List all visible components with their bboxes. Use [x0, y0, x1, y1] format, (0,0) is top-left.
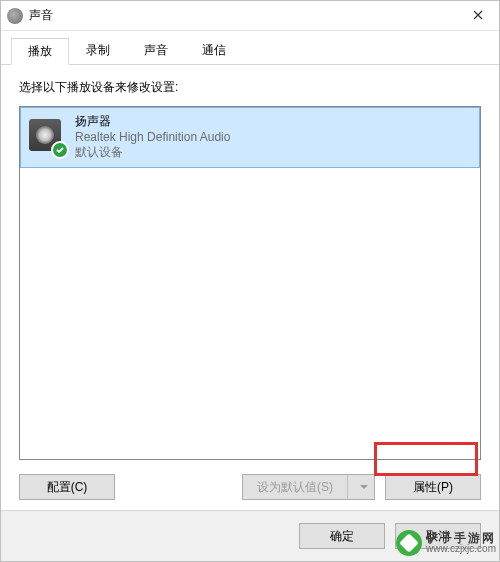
set-default-dropdown[interactable]	[348, 474, 375, 500]
ok-button[interactable]: 确定	[299, 523, 385, 549]
button-row: 配置(C) 设为默认值(S) 属性(P)	[19, 474, 481, 500]
watermark-url: www.czjxjc.com	[426, 544, 496, 554]
set-default-button[interactable]: 设为默认值(S)	[242, 474, 348, 500]
instruction-text: 选择以下播放设备来修改设置:	[19, 79, 481, 96]
titlebar: 声音	[1, 1, 499, 31]
close-button[interactable]	[458, 1, 498, 29]
device-list[interactable]: 扬声器 Realtek High Definition Audio 默认设备	[19, 106, 481, 460]
tab-communications[interactable]: 通信	[185, 37, 243, 64]
window-title: 声音	[29, 7, 458, 24]
properties-button[interactable]: 属性(P)	[385, 474, 481, 500]
tab-recording[interactable]: 录制	[69, 37, 127, 64]
watermark: 铲子手游网 www.czjxjc.com	[396, 530, 496, 556]
configure-button[interactable]: 配置(C)	[19, 474, 115, 500]
tab-content: 选择以下播放设备来修改设置: 扬声器 Realtek High Definiti…	[1, 65, 499, 510]
device-driver: Realtek High Definition Audio	[75, 130, 230, 146]
device-name: 扬声器	[75, 114, 230, 130]
tab-strip: 播放 录制 声音 通信	[1, 31, 499, 65]
sound-icon	[7, 8, 23, 24]
device-item-speaker[interactable]: 扬声器 Realtek High Definition Audio 默认设备	[20, 107, 480, 168]
default-check-icon	[51, 141, 69, 159]
speaker-device-icon	[29, 119, 65, 155]
sound-dialog: 声音 播放 录制 声音 通信 选择以下播放设备来修改设置:	[0, 0, 500, 562]
device-text: 扬声器 Realtek High Definition Audio 默认设备	[75, 114, 230, 161]
tab-sounds[interactable]: 声音	[127, 37, 185, 64]
tab-playback[interactable]: 播放	[11, 38, 69, 65]
watermark-icon	[396, 530, 422, 556]
device-status: 默认设备	[75, 145, 230, 161]
